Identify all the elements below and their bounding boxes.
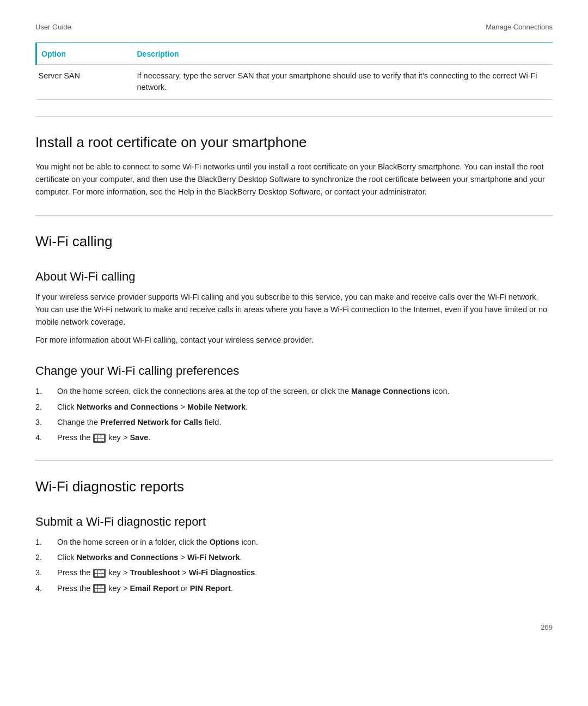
section-subheading-about-wifi-calling: About Wi-Fi calling xyxy=(35,267,553,285)
list-item: 4.Press the key > Save. xyxy=(35,431,553,444)
list-item: 1.On the home screen, click the connecti… xyxy=(35,385,553,398)
body-text2-about-wifi-calling: For more information about Wi-Fi calling… xyxy=(35,334,553,346)
list-text: Press the key > Save. xyxy=(57,431,553,444)
page-header: User Guide Manage Connections xyxy=(35,22,553,33)
table-cell-option: Server SAN xyxy=(36,64,132,100)
steps-list-submit-diag: 1.On the home screen or in a folder, cli… xyxy=(35,536,553,595)
col-option-header: Option xyxy=(36,43,132,65)
list-text: On the home screen or in a folder, click… xyxy=(57,536,553,549)
section-subheading-submit-diag: Submit a Wi-Fi diagnostic report xyxy=(35,513,553,531)
list-number: 1. xyxy=(35,536,57,549)
section-subheading-change-wifi-prefs: Change your Wi-Fi calling preferences xyxy=(35,362,553,380)
table-cell-description: If necessary, type the server SAN that y… xyxy=(132,64,553,100)
list-text: Change the Preferred Network for Calls f… xyxy=(57,416,553,429)
body-text1-about-wifi-calling: If your wireless service provider suppor… xyxy=(35,291,553,329)
list-text: Press the key > Troubleshoot > Wi-Fi Dia… xyxy=(57,567,553,579)
table-header-row: Option Description xyxy=(36,43,553,65)
list-number: 3. xyxy=(35,567,57,579)
list-text: Press the key > Email Report or PIN Repo… xyxy=(57,582,553,595)
list-text: On the home screen, click the connection… xyxy=(57,385,553,398)
list-item: 3.Press the key > Troubleshoot > Wi-Fi D… xyxy=(35,567,553,579)
options-table: Option Description Server SANIf necessar… xyxy=(35,43,553,100)
list-text: Click Networks and Connections > Mobile … xyxy=(57,401,553,413)
section-heading-wifi-diag: Wi-Fi diagnostic reports xyxy=(35,476,553,497)
section-submit-diag: Submit a Wi-Fi diagnostic report1.On the… xyxy=(35,513,553,595)
table-row: Server SANIf necessary, type the server … xyxy=(36,64,553,100)
col-description-header: Description xyxy=(132,43,553,65)
steps-list-change-wifi-prefs: 1.On the home screen, click the connecti… xyxy=(35,385,553,444)
list-number: 2. xyxy=(35,401,57,413)
section-heading-wifi-calling: Wi-Fi calling xyxy=(35,231,553,252)
section-about-wifi-calling: About Wi-Fi callingIf your wireless serv… xyxy=(35,267,553,347)
list-number: 4. xyxy=(35,582,57,595)
section-heading-install-cert: Install a root certificate on your smart… xyxy=(35,132,553,153)
list-item: 1.On the home screen or in a folder, cli… xyxy=(35,536,553,549)
list-number: 4. xyxy=(35,431,57,444)
list-item: 3.Change the Preferred Network for Calls… xyxy=(35,416,553,429)
section-wifi-diag: Wi-Fi diagnostic reports xyxy=(35,460,553,497)
page-number: 269 xyxy=(35,622,553,633)
list-text: Click Networks and Connections > Wi-Fi N… xyxy=(57,551,553,564)
section-install-cert: Install a root certificate on your smart… xyxy=(35,116,553,199)
header-left: User Guide xyxy=(35,22,71,33)
menu-key-icon xyxy=(93,569,106,578)
list-number: 3. xyxy=(35,416,57,429)
list-item: 2.Click Networks and Connections > Wi-Fi… xyxy=(35,551,553,564)
section-change-wifi-prefs: Change your Wi-Fi calling preferences1.O… xyxy=(35,362,553,444)
list-item: 4.Press the key > Email Report or PIN Re… xyxy=(35,582,553,595)
section-divider xyxy=(35,460,553,461)
list-number: 1. xyxy=(35,385,57,398)
menu-key-icon xyxy=(93,434,106,443)
body-text-install-cert: You might not be able to connect to some… xyxy=(35,161,553,199)
section-divider xyxy=(35,215,553,216)
header-right: Manage Connections xyxy=(486,22,553,33)
menu-key-icon xyxy=(93,584,106,593)
section-wifi-calling: Wi-Fi calling xyxy=(35,215,553,252)
list-number: 2. xyxy=(35,551,57,564)
section-divider xyxy=(35,116,553,117)
list-item: 2.Click Networks and Connections > Mobil… xyxy=(35,401,553,413)
